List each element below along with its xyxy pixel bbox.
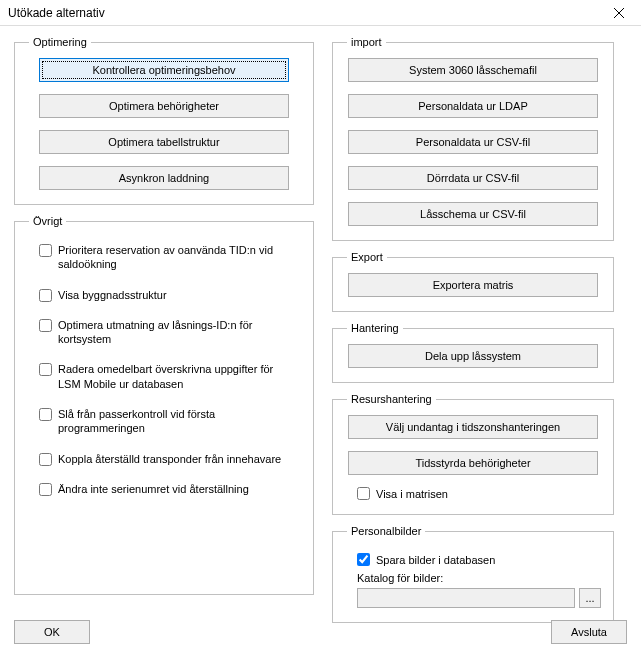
checkbox-spara-bilder[interactable]	[357, 553, 370, 566]
ovrigt-group: Övrigt Prioritera reservation av oanvänd…	[14, 215, 314, 595]
checkbox-radera[interactable]	[39, 363, 52, 376]
checkbox-koppla-label: Koppla återställd transponder från inneh…	[58, 452, 281, 466]
checkbox-row-radera[interactable]: Radera omedelbart överskrivna uppgifter …	[39, 362, 303, 391]
optimering-legend: Optimering	[29, 36, 91, 48]
resurshantering-legend: Resurshantering	[347, 393, 436, 405]
checkbox-koppla[interactable]	[39, 453, 52, 466]
footer: OK Avsluta	[14, 620, 627, 644]
catalog-label: Katalog för bilder:	[357, 572, 443, 584]
catalog-input[interactable]	[357, 588, 575, 608]
window-title: Utökade alternativ	[8, 6, 105, 20]
avsluta-button[interactable]: Avsluta	[551, 620, 627, 644]
checkbox-row-visa-matrisen[interactable]: Visa i matrisen	[357, 487, 603, 500]
personalbilder-legend: Personalbilder	[347, 525, 425, 537]
browse-button[interactable]: ...	[579, 588, 601, 608]
dialog-content: Optimering Kontrollera optimeringsbehov …	[0, 26, 641, 647]
checkbox-passerkontroll[interactable]	[39, 408, 52, 421]
hantering-legend: Hantering	[347, 322, 403, 334]
export-group: Export Exportera matris	[332, 251, 614, 312]
lasschema-csv-button[interactable]: Låsschema ur CSV-fil	[348, 202, 598, 226]
checkbox-prioritera[interactable]	[39, 244, 52, 257]
valj-undantag-button[interactable]: Välj undantag i tidszonshanteringen	[348, 415, 598, 439]
checkbox-row-spara-bilder[interactable]: Spara bilder i databasen	[357, 553, 603, 566]
exportera-matris-button[interactable]: Exportera matris	[348, 273, 598, 297]
checkbox-row-passerkontroll[interactable]: Slå från passerkontroll vid första progr…	[39, 407, 303, 436]
dorrdata-csv-button[interactable]: Dörrdata ur CSV-fil	[348, 166, 598, 190]
import-group: import System 3060 låsschemafil Personal…	[332, 36, 614, 241]
checkbox-row-koppla[interactable]: Koppla återställd transponder från inneh…	[39, 452, 303, 466]
checkbox-utmatning[interactable]	[39, 319, 52, 332]
optimera-behorigheter-button[interactable]: Optimera behörigheter	[39, 94, 289, 118]
checkbox-utmatning-label: Optimera utmatning av låsnings-ID:n för …	[58, 318, 298, 347]
checkbox-row-serienumret[interactable]: Ändra inte serienumret vid återställning	[39, 482, 303, 496]
asynkron-laddning-button[interactable]: Asynkron laddning	[39, 166, 289, 190]
checkbox-radera-label: Radera omedelbart överskrivna uppgifter …	[58, 362, 298, 391]
checkbox-serienumret[interactable]	[39, 483, 52, 496]
checkbox-row-utmatning[interactable]: Optimera utmatning av låsnings-ID:n för …	[39, 318, 303, 347]
ovrigt-legend: Övrigt	[29, 215, 66, 227]
personaldata-ldap-button[interactable]: Personaldata ur LDAP	[348, 94, 598, 118]
close-button[interactable]	[601, 2, 637, 24]
personaldata-csv-button[interactable]: Personaldata ur CSV-fil	[348, 130, 598, 154]
checkbox-prioritera-label: Prioritera reservation av oanvända TID:n…	[58, 243, 298, 272]
checkbox-visa-matrisen[interactable]	[357, 487, 370, 500]
resurshantering-group: Resurshantering Välj undantag i tidszons…	[332, 393, 614, 515]
checkbox-row-byggnadsstruktur[interactable]: Visa byggnadsstruktur	[39, 288, 303, 302]
checkbox-byggnadsstruktur-label: Visa byggnadsstruktur	[58, 288, 167, 302]
checkbox-visa-matrisen-label: Visa i matrisen	[376, 488, 448, 500]
optimera-tabellstruktur-button[interactable]: Optimera tabellstruktur	[39, 130, 289, 154]
import-legend: import	[347, 36, 386, 48]
checkbox-row-prioritera[interactable]: Prioritera reservation av oanvända TID:n…	[39, 243, 303, 272]
hantering-group: Hantering Dela upp låssystem	[332, 322, 614, 383]
checkbox-passerkontroll-label: Slå från passerkontroll vid första progr…	[58, 407, 298, 436]
export-legend: Export	[347, 251, 387, 263]
checkbox-serienumret-label: Ändra inte serienumret vid återställning	[58, 482, 249, 496]
personalbilder-group: Personalbilder Spara bilder i databasen …	[332, 525, 614, 623]
optimering-group: Optimering Kontrollera optimeringsbehov …	[14, 36, 314, 205]
ok-button[interactable]: OK	[14, 620, 90, 644]
checkbox-byggnadsstruktur[interactable]	[39, 289, 52, 302]
titlebar: Utökade alternativ	[0, 0, 641, 26]
kontrollera-optimeringsbehov-button[interactable]: Kontrollera optimeringsbehov	[39, 58, 289, 82]
tidsstyrda-behorigheter-button[interactable]: Tidsstyrda behörigheter	[348, 451, 598, 475]
close-icon	[614, 8, 624, 18]
dela-upp-lassystem-button[interactable]: Dela upp låssystem	[348, 344, 598, 368]
checkbox-spara-bilder-label: Spara bilder i databasen	[376, 554, 495, 566]
system3060-button[interactable]: System 3060 låsschemafil	[348, 58, 598, 82]
